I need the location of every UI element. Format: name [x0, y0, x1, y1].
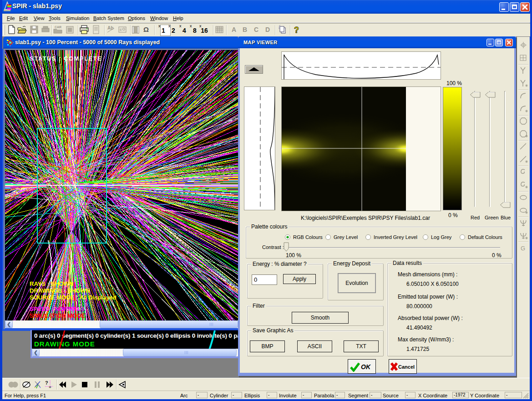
svg-text:DRAWINGS : SHOWN: DRAWINGS : SHOWN	[30, 287, 90, 294]
svg-text:Ω: Ω	[143, 25, 149, 33]
svg-text:G: G	[521, 245, 525, 252]
svg-text:+: +	[49, 385, 51, 390]
svg-text:SIMULATION MODE: SIMULATION MODE	[30, 312, 86, 319]
svg-text:STATUS : COMPLETE: STATUS : COMPLETE	[30, 55, 102, 62]
svg-text:Ab: Ab	[107, 25, 113, 30]
svg-text:E: E	[120, 28, 122, 32]
svg-text:CAR: CAR	[55, 25, 61, 29]
svg-text:RAYS : SHOWN: RAYS : SHOWN	[30, 280, 73, 287]
svg-text:SOURCE MODE : All Displayed: SOURCE MODE : All Displayed	[30, 294, 117, 301]
svg-text:?: ?	[45, 380, 48, 386]
svg-text:?: ?	[294, 25, 299, 35]
svg-text:SPEED : NORMAL !: SPEED : NORMAL !	[30, 305, 84, 312]
